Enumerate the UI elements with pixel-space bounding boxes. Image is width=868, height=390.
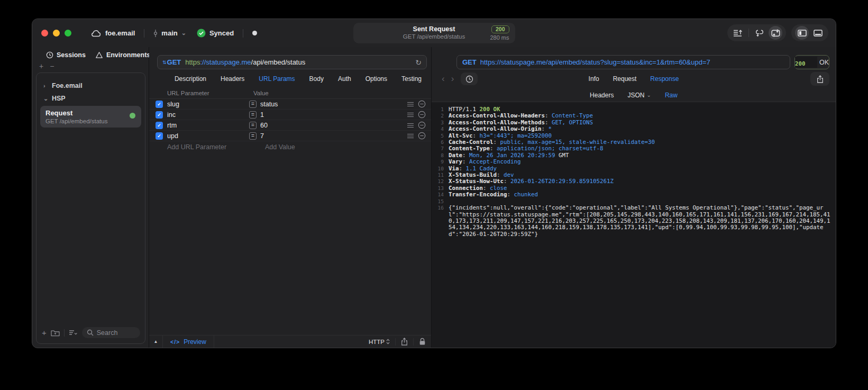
new-folder-button[interactable] (51, 329, 60, 337)
line-number: 12 (432, 178, 449, 185)
toggle-bottom-panel-button[interactable] (811, 26, 825, 40)
request-tab-url-params[interactable]: URL Params (259, 75, 295, 83)
resend-button[interactable] (769, 26, 782, 40)
param-value-input[interactable]: status (257, 101, 407, 108)
remove-param-icon[interactable] (418, 111, 426, 119)
request-url-bar[interactable]: ⇅ GET https://statuspage.me/api/embed/st… (157, 55, 427, 69)
request-tab-body[interactable]: Body (309, 75, 324, 83)
share-response-button[interactable] (810, 72, 829, 86)
param-name-input[interactable]: inc (163, 111, 249, 119)
add-param-value-placeholder[interactable]: Add Value (265, 143, 295, 151)
request-tab-description[interactable]: Description (175, 75, 206, 83)
add-request-button[interactable]: + (42, 328, 47, 337)
request-tab-options[interactable]: Options (366, 75, 387, 83)
tree-group-hsp[interactable]: ⌄ HSP (39, 92, 142, 105)
param-value-input[interactable]: 7 (257, 132, 407, 140)
project-name[interactable]: foe.email (105, 29, 135, 37)
response-tab-info[interactable]: Info (589, 75, 599, 83)
add-session-button[interactable]: + (39, 62, 43, 70)
history-back-button[interactable]: ‹ (439, 74, 447, 84)
response-tab-request[interactable]: Request (613, 75, 637, 83)
collapse-panel-button[interactable]: ▲ (149, 335, 163, 348)
divider (64, 329, 65, 337)
remove-session-button[interactable]: − (50, 62, 54, 70)
history-forward-button[interactable]: › (449, 74, 457, 84)
drag-handle-icon[interactable] (407, 123, 414, 128)
drag-handle-icon[interactable] (407, 102, 414, 107)
param-checkbox[interactable]: ✓ (156, 111, 163, 119)
tree-group-foe-email[interactable]: › Foe.email (39, 79, 142, 92)
add-param-name-placeholder[interactable]: Add URL Parameter (167, 143, 265, 151)
traffic-lights (41, 30, 71, 37)
chevron-down-icon[interactable]: ⌄ (181, 30, 186, 37)
line-number: 5 (432, 133, 449, 139)
param-name-input[interactable]: rtm (163, 122, 249, 129)
branch-name[interactable]: main (161, 29, 177, 37)
response-url-box[interactable]: GET https://statuspage.me/api/embed/stat… (456, 55, 790, 69)
preview-button[interactable]: </> Preview (163, 335, 214, 348)
add-param-row[interactable]: Add URL Parameter Add Value (149, 141, 431, 152)
history-button[interactable] (461, 72, 478, 85)
response-subtab-raw[interactable]: Raw (665, 92, 678, 99)
code-line: 14Transfer-Encoding: chunked (432, 192, 833, 198)
refresh-icon[interactable]: ↻ (415, 58, 422, 67)
line-number: 4 (432, 126, 449, 132)
tab-sessions[interactable]: Sessions (46, 51, 86, 59)
remove-param-icon[interactable] (418, 100, 426, 108)
response-body[interactable]: 1HTTP/1.1 200 OK2Access-Control-Allow-He… (432, 102, 836, 348)
request-status-dot (130, 113, 135, 119)
status-badge: 200 (491, 25, 509, 33)
zoom-window-button[interactable] (65, 30, 71, 37)
response-status-code: 200 (795, 57, 817, 67)
link-button[interactable] (753, 26, 766, 40)
param-checkbox[interactable]: ✓ (156, 132, 163, 140)
line-number: 7 (432, 146, 449, 152)
protocol-selector[interactable]: HTTP (363, 339, 395, 345)
response-subtab-json[interactable]: JSON⌄ (627, 92, 651, 99)
param-checkbox[interactable]: ✓ (156, 101, 163, 108)
param-value-input[interactable]: 1 (257, 111, 407, 119)
titlebar: foe.email main ⌄ Synced Sent Request GET… (32, 19, 836, 47)
drag-handle-icon[interactable] (407, 133, 414, 139)
drag-handle-icon[interactable] (407, 112, 414, 117)
response-subtab-headers[interactable]: Headers (590, 92, 614, 99)
request-method[interactable]: GET (167, 58, 181, 66)
method-stepper-icon[interactable]: ⇅ (162, 60, 166, 65)
project-cluster: foe.email main ⌄ Synced (90, 29, 257, 38)
param-name-input[interactable]: upd (163, 132, 249, 140)
branch-icon (153, 29, 158, 38)
param-checkbox[interactable]: ✓ (156, 122, 163, 129)
folder-plus-icon (51, 329, 60, 337)
chevron-down-icon: ⌄ (646, 92, 651, 98)
request-tree: › Foe.email ⌄ HSP Request GET /api/embed… (36, 73, 145, 323)
line-number: 9 (432, 159, 449, 165)
sort-options-button[interactable] (69, 330, 78, 336)
url-scheme: https (185, 58, 200, 66)
tab-environments[interactable]: Environments (95, 51, 150, 59)
sync-status[interactable]: Synced (209, 29, 234, 37)
param-name-input[interactable]: slug (163, 101, 249, 108)
bottom-panel-icon (814, 30, 823, 37)
param-row: ✓rtm=60 (149, 120, 431, 131)
close-window-button[interactable] (41, 30, 48, 37)
lock-button[interactable] (414, 338, 431, 346)
import-export-button[interactable] (731, 26, 745, 40)
param-value-input[interactable]: 60 (257, 122, 407, 129)
search-input[interactable]: Search (82, 327, 140, 338)
remove-param-icon[interactable] (418, 121, 426, 129)
request-tab-testing[interactable]: Testing (401, 75, 422, 83)
minimize-window-button[interactable] (53, 30, 60, 37)
url-path: /api/embed/status (251, 58, 306, 66)
request-list-item-selected[interactable]: Request GET /api/embed/status (40, 106, 141, 128)
sent-request-pill[interactable]: Sent Request GET /api/embed/status 200 2… (353, 23, 515, 43)
toggle-left-panel-button[interactable] (795, 26, 809, 40)
left-panel-icon (798, 30, 807, 37)
remove-param-icon[interactable] (418, 132, 426, 140)
line-number: 13 (432, 185, 449, 192)
request-tab-auth[interactable]: Auth (338, 75, 351, 83)
share-request-button[interactable] (396, 338, 413, 346)
request-item-subtitle: GET /api/embed/status (45, 118, 136, 124)
request-tab-headers[interactable]: Headers (221, 75, 244, 83)
column-header-value: Value (253, 90, 269, 96)
response-tab-response[interactable]: Response (650, 75, 679, 83)
